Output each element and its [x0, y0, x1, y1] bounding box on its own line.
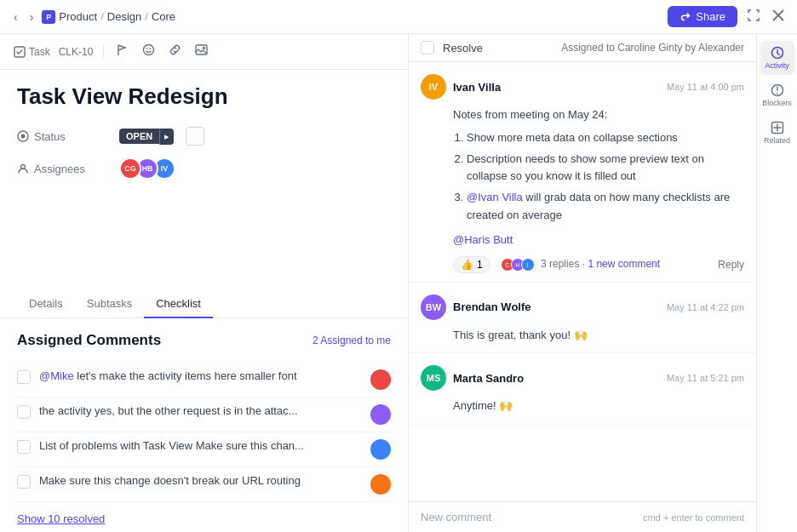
blockers-label: Blockers [762, 99, 792, 107]
tab-details[interactable]: Details [17, 290, 75, 318]
comment-shortcut-hint: cmd + enter to comment [643, 512, 744, 523]
reaction-button[interactable]: 👍 1 [453, 256, 490, 273]
checklist-item: @Mike let's make the activity items here… [17, 363, 391, 398]
emoji-button[interactable] [140, 41, 158, 62]
checklist-checkbox-3[interactable] [17, 440, 31, 454]
resolve-checkbox[interactable] [421, 41, 434, 54]
checklist-item-text-4: Make sure this change doesn't break our … [39, 474, 362, 487]
breadcrumb-design[interactable]: Design [107, 10, 141, 23]
link-icon [169, 43, 181, 56]
comment-footer-ivan: 👍 1 C H I 3 replies · 1 new comment [421, 256, 744, 273]
tab-checklist[interactable]: Checklist [144, 290, 213, 318]
main-content: Task CLK-10 Task View Redesign [0, 34, 797, 532]
activity-sidebar: Activity Blockers Related [756, 34, 797, 532]
comment-mention-haris: @Haris Butt [453, 232, 744, 249]
comment-time-brendan: May 11 at 4:22 pm [667, 302, 744, 312]
checklist-checkbox-2[interactable] [17, 405, 31, 419]
comments-area: Resolve Assigned to Caroline Ginty by Al… [409, 34, 756, 532]
checklist-section-title: Assigned Comments [17, 332, 161, 349]
comment-author-brendan: Brendan Wolfe [453, 300, 660, 313]
comment-list-item-3: @Ivan Villa will grab data on how many c… [467, 189, 744, 225]
reply-button[interactable]: Reply [718, 259, 744, 271]
comment-author-marta: Marta Sandro [453, 372, 660, 385]
task-label: Task [29, 46, 50, 58]
breadcrumb-sep2: / [145, 10, 148, 23]
top-bar-right: Share [668, 6, 787, 28]
resolve-bar: Resolve Assigned to Caroline Ginty by Al… [409, 34, 756, 62]
forward-button[interactable]: › [26, 9, 37, 26]
checklist-item-avatar-1 [370, 369, 391, 390]
close-button[interactable] [770, 7, 787, 27]
comment-header-2: BW Brendan Wolfe May 11 at 4:22 pm [421, 295, 744, 320]
link-button[interactable] [166, 41, 184, 62]
show-resolved-button[interactable]: Show 10 resolved [17, 512, 105, 525]
checklist-item-text-1: @Mike let's make the activity items here… [39, 369, 362, 382]
comment-input[interactable] [421, 511, 643, 523]
task-icon [14, 46, 26, 58]
share-icon [679, 11, 691, 23]
breadcrumb-product[interactable]: Product [59, 10, 97, 23]
assignees-avatars: CG HB IV [119, 157, 175, 180]
sidebar-related-button[interactable]: Related [760, 116, 794, 150]
comment-header-1: IV Ivan Villa May 11 at 4:00 pm [421, 74, 744, 100]
assigned-to-me-link[interactable]: 2 Assigned to me [312, 335, 391, 346]
resolve-label: Resolve [443, 42, 553, 54]
assignees-row: Assignees CG HB IV [17, 157, 391, 180]
status-open-label: OPEN [119, 129, 159, 144]
checklist-item-text-3: List of problems with Task View Make sur… [39, 439, 362, 452]
status-icon [17, 130, 29, 142]
checklist-item: Make sure this change doesn't break our … [17, 467, 391, 502]
checklist-item-text-2: the activity yes, but the other request … [39, 404, 362, 417]
checklist-item-avatar-2 [370, 404, 391, 425]
image-button[interactable] [192, 41, 210, 62]
resolve-assigned-text: Assigned to Caroline Ginty by Alexander [561, 42, 744, 54]
comment-block-2: BW Brendan Wolfe May 11 at 4:22 pm This … [409, 283, 756, 354]
comment-time-marta: May 11 at 5:21 pm [667, 373, 744, 383]
tab-subtasks[interactable]: Subtasks [75, 290, 144, 318]
status-arrow-btn[interactable]: ▸ [159, 129, 174, 145]
image-icon [195, 43, 208, 56]
expand-button[interactable] [744, 6, 763, 28]
status-row: Status OPEN ▸ [17, 127, 391, 146]
checklist-header: Assigned Comments 2 Assigned to me [17, 332, 391, 349]
comment-input-area: cmd + enter to comment [409, 501, 756, 532]
flag-button[interactable] [114, 42, 131, 61]
back-button[interactable]: ‹ [10, 9, 21, 26]
flag-icon [117, 44, 129, 56]
sidebar-blockers-button[interactable]: Blockers [760, 78, 794, 112]
assignee-avatar-1: CG [119, 157, 141, 180]
activity-icon [771, 46, 784, 60]
sidebar-activity-button[interactable]: Activity [760, 41, 794, 75]
checklist-item-avatar-3 [370, 439, 391, 460]
breadcrumb-sep1: / [100, 10, 104, 23]
activity-label: Activity [765, 61, 789, 70]
status-check-btn[interactable] [186, 127, 204, 146]
comment-time-ivan: May 11 at 4:00 pm [667, 82, 744, 92]
comment-body-marta: Anytime! 🙌 [421, 398, 744, 415]
top-bar: ‹ › P Product / Design / Core Share [0, 0, 797, 34]
comment-avatar-ivan: IV [421, 74, 446, 100]
assignee-icon [17, 163, 29, 174]
breadcrumb-core[interactable]: Core [152, 10, 175, 23]
related-icon [771, 121, 784, 134]
share-button[interactable]: Share [668, 6, 737, 27]
comment-header-3: MS Marta Sandro May 11 at 5:21 pm [421, 365, 744, 391]
checklist-item: List of problems with Task View Make sur… [17, 432, 391, 467]
comment-intro: Notes from meeting on May 24: [453, 106, 744, 124]
comment-body-brendan: This is great, thank you! 🙌 [421, 327, 744, 345]
breadcrumb: P Product / Design / Core [42, 10, 175, 24]
comment-avatar-marta: MS [421, 365, 446, 391]
svg-point-3 [204, 48, 205, 49]
expand-icon [747, 9, 760, 22]
checklist-checkbox-4[interactable] [17, 475, 31, 489]
task-title: Task View Redesign [17, 83, 391, 110]
checklist-area: Assigned Comments 2 Assigned to me @Mike… [0, 318, 408, 532]
replies-link[interactable]: C H I 3 replies · 1 new comment [501, 258, 660, 272]
status-badge[interactable]: OPEN ▸ [119, 129, 174, 145]
checklist-checkbox-1[interactable] [17, 370, 31, 384]
assignees-value: CG HB IV [119, 157, 391, 180]
left-panel: Task CLK-10 Task View Redesign [0, 34, 409, 532]
comment-body-ivan: Notes from meeting on May 24: Show more … [421, 106, 744, 249]
emoji-icon [142, 43, 155, 56]
right-content: Resolve Assigned to Caroline Ginty by Al… [409, 34, 797, 532]
